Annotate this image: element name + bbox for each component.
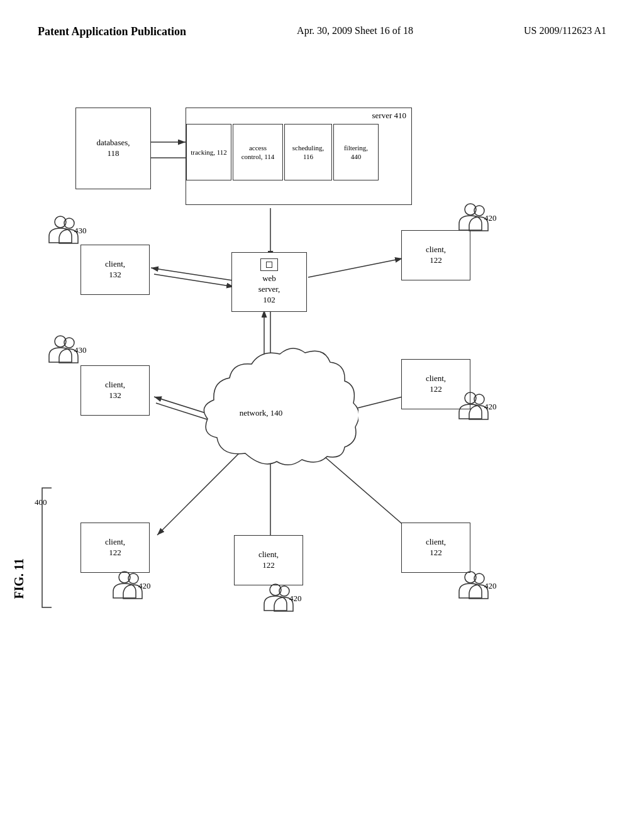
person-420-botmid: 420 (258, 582, 302, 623)
svg-text:420: 420 (484, 581, 497, 590)
person-420-midright: 420 (453, 390, 497, 431)
webserver-box: webserver,102 (231, 252, 307, 312)
svg-text:430: 430 (74, 345, 87, 355)
network-cloud: network, 140 (195, 340, 358, 479)
person-420-topright: 420 (453, 202, 497, 243)
svg-line-7 (154, 274, 234, 287)
client132-top-label: client,132 (105, 259, 125, 280)
webserver-label: webserver,102 (258, 274, 280, 306)
person-430-midleft: 430 (43, 334, 87, 375)
client132-mid-label: client,132 (105, 380, 125, 401)
header-left: Patent Application Publication (38, 25, 186, 38)
person-420-botright: 420 (453, 570, 497, 611)
client122-botmid-label: client,122 (258, 550, 279, 571)
access-control-box: accesscontrol, 114 (233, 124, 283, 180)
client122-topright-label: client,122 (426, 245, 446, 266)
person-430-topleft: 430 (43, 214, 87, 255)
client122-botmid-box: client,122 (234, 535, 303, 585)
client122-botleft-label: client,122 (105, 537, 125, 558)
figure-label: FIG. 11 (12, 558, 26, 599)
svg-text:420: 420 (289, 594, 302, 603)
diagram: server 410 tracking, 112 accesscontrol, … (0, 45, 644, 812)
client122-botright-box: client,122 (401, 523, 470, 573)
header-center: Apr. 30, 2009 Sheet 16 of 18 (297, 25, 413, 36)
svg-text:420: 420 (484, 213, 497, 223)
client132-top-box: client,132 (80, 245, 150, 295)
person-420-botleft: 420 (107, 570, 151, 611)
client132-mid-box: client,132 (80, 365, 150, 416)
bracket-400 (39, 485, 58, 611)
svg-text:network, 140: network, 140 (240, 408, 283, 418)
databases-label: databases,118 (96, 138, 130, 159)
client122-midright-label: client,122 (426, 374, 446, 395)
databases-box: databases,118 (75, 108, 151, 189)
svg-line-6 (151, 268, 233, 280)
server-label: server 410 (372, 111, 406, 121)
server-box: server 410 tracking, 112 accesscontrol, … (186, 108, 412, 205)
svg-line-8 (308, 258, 402, 277)
svg-text:420: 420 (484, 402, 497, 411)
client122-botleft-box: client,122 (80, 523, 150, 573)
page-header: Patent Application Publication Apr. 30, … (0, 0, 644, 45)
svg-text:420: 420 (138, 581, 151, 590)
scheduling-box: scheduling,116 (284, 124, 332, 180)
header-right: US 2009/112623 A1 (524, 25, 606, 36)
svg-text:430: 430 (74, 226, 87, 235)
filtering-box: filtering,440 (333, 124, 379, 180)
tracking-box: tracking, 112 (186, 124, 231, 180)
client122-botright-label: client,122 (426, 537, 446, 558)
